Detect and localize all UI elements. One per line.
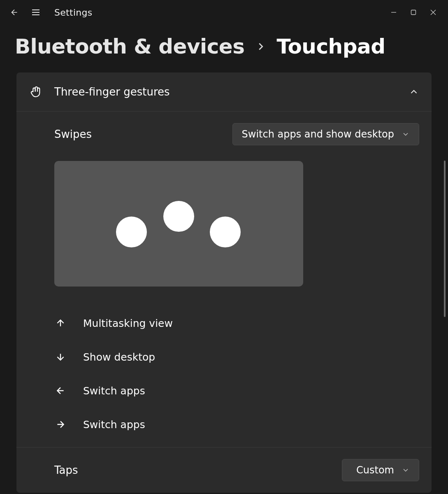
finger-dot: [210, 217, 241, 247]
window-controls: [384, 4, 443, 21]
arrow-right-icon: [54, 418, 67, 431]
breadcrumb-current: Touchpad: [277, 35, 385, 58]
minimize-button[interactable]: [384, 4, 404, 21]
arrow-left-icon: [54, 384, 67, 397]
taps-label: Taps: [29, 464, 334, 476]
settings-panel: Three-finger gestures Swipes Switch apps…: [16, 72, 432, 493]
swipes-select-value: Switch apps and show desktop: [242, 128, 394, 140]
breadcrumb-bar: Bluetooth & devices Touchpad: [0, 25, 448, 72]
gesture-up: Multitasking view: [54, 306, 419, 340]
gesture-preview: [54, 161, 303, 287]
svg-rect-4: [411, 10, 416, 15]
chevron-down-icon: [402, 466, 410, 474]
section-title: Three-finger gestures: [54, 86, 397, 98]
hand-icon: [29, 85, 43, 99]
arrow-up-icon: [54, 317, 67, 329]
section-three-finger-gestures[interactable]: Three-finger gestures: [16, 72, 432, 112]
maximize-button[interactable]: [404, 4, 423, 21]
app-title: Settings: [54, 7, 93, 18]
close-button[interactable]: [423, 4, 443, 21]
arrow-down-icon: [54, 351, 67, 363]
gesture-list: Multitasking view Show desktop Switch ap…: [29, 297, 419, 441]
gesture-right: Switch apps: [54, 408, 419, 441]
gesture-left-label: Switch apps: [83, 385, 145, 397]
breadcrumb-parent[interactable]: Bluetooth & devices: [15, 35, 245, 58]
title-bar-left: Settings: [5, 3, 93, 22]
gesture-down: Show desktop: [54, 340, 419, 374]
chevron-up-icon: [409, 86, 419, 97]
scrollbar-thumb[interactable]: [444, 161, 446, 317]
gesture-right-label: Switch apps: [83, 419, 145, 431]
swipes-select[interactable]: Switch apps and show desktop: [232, 123, 419, 145]
swipes-row: Swipes Switch apps and show desktop: [29, 112, 419, 157]
chevron-down-icon: [402, 130, 410, 138]
back-button[interactable]: [5, 3, 24, 22]
gesture-up-label: Multitasking view: [83, 317, 173, 329]
taps-row: Taps Custom: [29, 447, 419, 493]
menu-button[interactable]: [26, 3, 45, 22]
taps-select[interactable]: Custom: [342, 459, 419, 481]
taps-select-value: Custom: [356, 464, 394, 476]
gesture-down-label: Show desktop: [83, 351, 155, 363]
chevron-right-icon: [255, 40, 267, 53]
swipes-label: Swipes: [29, 128, 224, 140]
finger-dot: [163, 201, 194, 232]
finger-dot: [116, 217, 147, 247]
gesture-left: Switch apps: [54, 374, 419, 408]
section-body: Swipes Switch apps and show desktop Mult…: [16, 112, 432, 493]
title-bar: Settings: [0, 0, 448, 25]
